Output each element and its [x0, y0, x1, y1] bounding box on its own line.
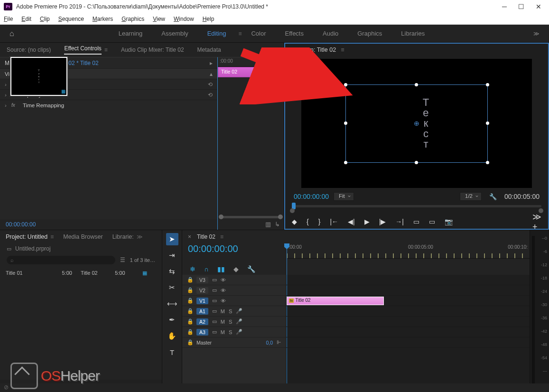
eye-icon[interactable]: 👁	[221, 288, 226, 293]
selection-tool-icon[interactable]: ➤	[166, 233, 178, 245]
track-master[interactable]: 🔒 Master 0,0 ⊩	[182, 337, 286, 348]
menu-file[interactable]: File	[4, 16, 13, 22]
lane-v3[interactable]	[287, 275, 530, 285]
toggle-output-icon[interactable]: ▭	[212, 329, 217, 335]
menu-clip[interactable]: Clip	[40, 16, 50, 22]
home-icon[interactable]: ⌂	[9, 29, 14, 38]
ws-editing-menu-icon[interactable]: ≡	[238, 30, 242, 37]
ws-assembly[interactable]: Assembly	[161, 30, 188, 37]
toggle-output-icon[interactable]: ▭	[212, 287, 217, 293]
toggle-output-icon[interactable]: ▭	[212, 318, 217, 325]
solo-icon[interactable]: S	[229, 319, 232, 325]
tab-effect-menu-icon[interactable]: ≡	[104, 47, 108, 53]
wrench-icon[interactable]: 🔧	[247, 265, 255, 273]
ws-effects[interactable]: Effects	[285, 30, 304, 37]
toggle-output-icon[interactable]: ▭	[212, 277, 217, 283]
hand-tool-icon[interactable]: ✋	[166, 330, 178, 342]
go-to-in-icon[interactable]: |←	[330, 218, 338, 225]
lane-a1[interactable]	[287, 306, 530, 317]
go-to-out-icon[interactable]: →|	[395, 218, 404, 225]
zoom-fit-dropdown[interactable]: Fit	[334, 192, 354, 201]
project-overflow-icon[interactable]: ≫	[137, 233, 143, 240]
extract-icon[interactable]: ▭	[429, 218, 435, 225]
lane-v2[interactable]	[287, 285, 530, 296]
panel-timecode[interactable]: 00:00:00:00	[0, 219, 217, 230]
lane-master[interactable]	[287, 337, 530, 348]
search-input[interactable]: ⌕	[7, 256, 115, 264]
tab-project[interactable]: Project: Untitled	[6, 233, 47, 240]
tab-media-browser[interactable]: Media Browser	[63, 233, 102, 240]
eye-icon[interactable]: 👁	[221, 277, 226, 283]
ws-libraries[interactable]: Libraries	[401, 30, 425, 37]
step-forward-icon[interactable]: |▶	[379, 218, 386, 225]
track-a2[interactable]: 🔒 A2 ▭ M S 🎤	[182, 317, 286, 327]
timeline-tracks[interactable]: :00:00 00:00:05:00 00:00:10: fxTitle 02	[287, 275, 530, 392]
ws-editing[interactable]: Editing	[207, 30, 226, 37]
anchor-point-icon[interactable]: ⊕	[414, 120, 419, 127]
out-point-icon[interactable]: }	[318, 218, 321, 225]
type-tool-icon[interactable]: T	[166, 346, 178, 358]
timeline-title[interactable]: Title 02	[197, 233, 215, 240]
voice-over-icon[interactable]: 🎤	[236, 329, 242, 335]
effect-time-remapping[interactable]: › fx Time Remapping	[0, 100, 217, 110]
menu-view[interactable]: View	[153, 16, 165, 22]
collapse-icon[interactable]: ▴	[210, 71, 213, 77]
track-v1[interactable]: 🔒 V1 ▭ 👁	[182, 296, 286, 306]
bin-item-2[interactable]: Title 02 5:00 ▦ Текст ▦	[81, 270, 147, 376]
filter-icon[interactable]: ☰	[120, 257, 125, 263]
expand-icon[interactable]: ⊩	[277, 339, 281, 345]
ws-learning[interactable]: Learning	[119, 30, 143, 37]
text-selection-box[interactable]: ⊕	[345, 84, 488, 163]
program-menu-icon[interactable]: ≡	[341, 47, 344, 53]
step-back-icon[interactable]: ◀|	[348, 218, 355, 225]
toggle-output-icon[interactable]: ▭	[212, 298, 217, 304]
in-point-icon[interactable]: {	[307, 218, 309, 225]
timeline-close-icon[interactable]: ×	[188, 233, 191, 240]
lock-icon[interactable]: 🔒	[187, 308, 193, 314]
solo-icon[interactable]: S	[229, 308, 232, 314]
menu-edit[interactable]: Edit	[21, 16, 31, 22]
lock-icon[interactable]: 🔒	[187, 329, 193, 335]
tab-effect-controls[interactable]: Effect Controls	[64, 45, 101, 55]
voice-over-icon[interactable]: 🎤	[236, 318, 242, 325]
mini-ruler[interactable]: :00:00 00:00:	[218, 57, 284, 67]
mute-icon[interactable]: M	[221, 308, 225, 314]
tab-audio-mixer[interactable]: Audio Clip Mixer: Title 02	[121, 47, 184, 53]
pen-tool-icon[interactable]: ✒	[166, 314, 178, 326]
reset-icon[interactable]: ⟲	[208, 92, 213, 98]
ws-audio[interactable]: Audio	[323, 30, 338, 37]
track-v2[interactable]: 🔒 V2 ▭ 👁	[182, 285, 286, 296]
minimize-button[interactable]: ─	[502, 3, 507, 10]
snap-icon[interactable]: ❄	[190, 265, 195, 273]
lane-a3[interactable]	[287, 327, 530, 337]
timeline-ruler[interactable]: :00:00 00:00:05:00 00:00:10:	[287, 243, 530, 259]
linked-selection-icon[interactable]: ▮▮	[217, 265, 225, 273]
expand-icon[interactable]: ›	[5, 103, 9, 108]
mini-scrollbar[interactable]	[221, 216, 281, 218]
program-timecode-right[interactable]: 00:00:05:00	[504, 193, 540, 200]
settings-icon[interactable]: 🔧	[489, 193, 497, 200]
bin-thumb-title02[interactable]: Текст ▦	[10, 57, 67, 96]
menu-window[interactable]: Window	[174, 16, 194, 22]
magnet-icon[interactable]: ∩	[204, 265, 209, 273]
lift-icon[interactable]: ▭	[413, 218, 419, 225]
track-v3[interactable]: 🔒 V3 ▭ 👁	[182, 275, 286, 285]
timeline-menu-icon[interactable]: ≡	[220, 233, 223, 240]
lock-icon[interactable]: 🔒	[187, 298, 193, 304]
marker-toggle-icon[interactable]: ◆	[233, 265, 239, 273]
ripple-edit-tool-icon[interactable]: ⇆	[166, 265, 178, 278]
reset-icon[interactable]: ⟲	[208, 81, 213, 88]
export-frame-icon[interactable]: 📷	[445, 218, 453, 225]
slip-tool-icon[interactable]: ⟷	[166, 298, 178, 310]
tab-libraries[interactable]: Librarie:	[112, 233, 134, 240]
ws-overflow-icon[interactable]: ≫	[533, 30, 540, 37]
toggle-output-icon[interactable]: ▭	[212, 308, 217, 314]
tab-metadata[interactable]: Metadata	[197, 47, 221, 53]
marker-icon[interactable]: ◆	[292, 218, 297, 225]
tab-source[interactable]: Source: (no clips)	[7, 47, 51, 53]
scrub-handle-left[interactable]	[290, 208, 295, 213]
export-icon[interactable]: ↳	[275, 221, 280, 228]
lock-icon[interactable]: 🔒	[187, 339, 193, 345]
expand-icon[interactable]: ›	[5, 92, 9, 98]
ws-color[interactable]: Color	[251, 30, 266, 37]
